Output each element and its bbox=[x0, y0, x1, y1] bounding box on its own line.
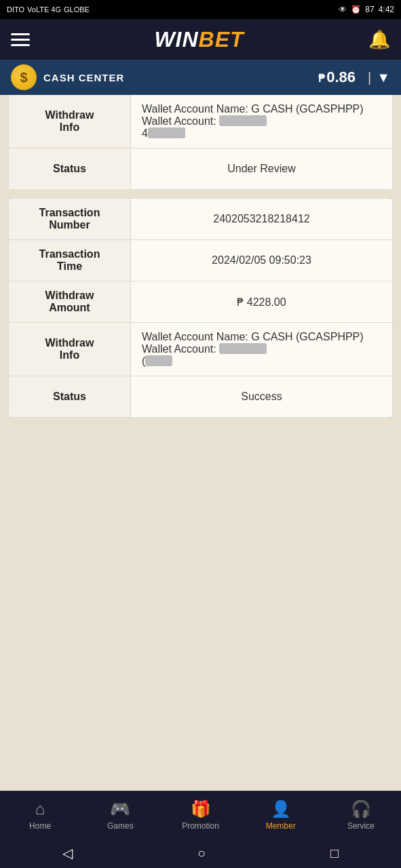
recents-button[interactable]: □ bbox=[317, 843, 352, 864]
logo: WINBET bbox=[154, 27, 244, 52]
header: WINBET 🔔 bbox=[0, 19, 401, 60]
balance-dropdown[interactable]: ▼ bbox=[377, 70, 390, 85]
currency-symbol: ₱ bbox=[318, 73, 325, 84]
nav-promotion-label: Promotion bbox=[182, 821, 219, 831]
nav-promotion[interactable]: 🎁 Promotion bbox=[160, 800, 240, 831]
home-icon: ⌂ bbox=[35, 800, 45, 818]
network-type: VoLTE 4G bbox=[27, 5, 61, 14]
nav-home-label: Home bbox=[29, 821, 51, 831]
withdraw-info-row-2: WithdrawInfo Wallet Account Name: G CASH… bbox=[9, 323, 392, 376]
withdraw-amount-label: WithdrawAmount bbox=[9, 281, 131, 322]
battery-level: 87 bbox=[365, 5, 374, 14]
withdraw-info-text-1: Wallet Account Name: G CASH (GCASPHPP) W… bbox=[142, 103, 364, 140]
card-1: WithdrawInfo Wallet Account Name: G CASH… bbox=[8, 95, 393, 190]
alarm-icon: ⏰ bbox=[351, 5, 361, 14]
withdraw-amount-text: ₱ 4228.00 bbox=[237, 296, 286, 309]
withdraw-info-row-1: WithdrawInfo Wallet Account Name: G CASH… bbox=[9, 95, 392, 149]
transaction-time-text: 2024/02/05 09:50:23 bbox=[212, 254, 311, 267]
nav-member[interactable]: 👤 Member bbox=[241, 800, 321, 831]
status-bar-right: 👁 ⏰ 87 4:42 bbox=[339, 5, 394, 14]
transaction-number-text: 2402053218218412 bbox=[213, 213, 309, 225]
withdraw-info-value-1: Wallet Account Name: G CASH (GCASPHPP) W… bbox=[131, 95, 392, 148]
withdraw-info-text-2: Wallet Account Name: G CASH (GCASPHPP) W… bbox=[142, 331, 364, 368]
promotion-icon: 🎁 bbox=[191, 800, 211, 818]
status-text-2: Success bbox=[241, 391, 282, 403]
home-button[interactable]: ○ bbox=[184, 843, 219, 864]
menu-button[interactable] bbox=[11, 33, 30, 46]
bottom-nav: ⌂ Home 🎮 Games 🎁 Promotion 👤 Member 🎧 Se… bbox=[0, 791, 401, 838]
withdraw-amount-value: ₱ 4228.00 bbox=[131, 281, 392, 322]
status-label-1: Status bbox=[9, 149, 131, 189]
notification-bell[interactable]: 🔔 bbox=[368, 29, 390, 50]
balance-display: ₱0.86 bbox=[318, 68, 356, 86]
withdraw-amount-row: WithdrawAmount ₱ 4228.00 bbox=[9, 281, 392, 323]
nav-service-label: Service bbox=[347, 821, 375, 831]
status-bar: DITO VoLTE 4G GLOBE 👁 ⏰ 87 4:42 bbox=[0, 0, 401, 19]
transaction-time-row: TransactionTime 2024/02/05 09:50:23 bbox=[9, 240, 392, 281]
nav-games-label: Games bbox=[107, 821, 134, 831]
eye-icon: 👁 bbox=[339, 5, 347, 14]
balance-value: 0.86 bbox=[326, 68, 356, 85]
time-display: 4:42 bbox=[379, 5, 394, 14]
status-value-2: Success bbox=[131, 376, 392, 417]
cash-center-bar: $ CASH CENTER ₱0.86 | ▼ bbox=[0, 60, 401, 95]
status-value-1: Under Review bbox=[131, 149, 392, 189]
withdraw-info-label-2: WithdrawInfo bbox=[9, 323, 131, 376]
logo-text: WIN bbox=[154, 27, 198, 52]
cash-center-label: CASH CENTER bbox=[43, 72, 318, 83]
main-content: WithdrawInfo Wallet Account Name: G CASH… bbox=[0, 95, 401, 791]
member-icon: 👤 bbox=[271, 800, 291, 818]
dollar-icon: $ bbox=[11, 64, 37, 90]
withdraw-info-value-2: Wallet Account Name: G CASH (GCASPHPP) W… bbox=[131, 323, 392, 376]
service-icon: 🎧 bbox=[351, 800, 371, 818]
carrier-globe: GLOBE bbox=[64, 5, 90, 14]
status-row-2: Status Success bbox=[9, 376, 392, 417]
transaction-time-label: TransactionTime bbox=[9, 240, 131, 281]
status-label-2: Status bbox=[9, 376, 131, 417]
logo-accent: BET bbox=[199, 27, 244, 52]
status-row-1: Status Under Review bbox=[9, 149, 392, 189]
transaction-number-label: TransactionNumber bbox=[9, 199, 131, 239]
divider: | bbox=[368, 70, 371, 85]
withdraw-info-label-1: WithdrawInfo bbox=[9, 95, 131, 148]
system-nav: ◁ ○ □ bbox=[0, 838, 401, 868]
transaction-time-value: 2024/02/05 09:50:23 bbox=[131, 240, 392, 281]
status-bar-left: DITO VoLTE 4G GLOBE bbox=[7, 5, 90, 14]
games-icon: 🎮 bbox=[110, 800, 130, 818]
back-button[interactable]: ◁ bbox=[49, 842, 86, 864]
transaction-number-value: 2402053218218412 bbox=[131, 199, 392, 239]
nav-service[interactable]: 🎧 Service bbox=[321, 800, 401, 831]
nav-home[interactable]: ⌂ Home bbox=[0, 800, 80, 831]
carrier-dito: DITO bbox=[7, 5, 24, 14]
nav-member-label: Member bbox=[266, 821, 296, 831]
nav-games[interactable]: 🎮 Games bbox=[80, 800, 160, 831]
status-text-1: Under Review bbox=[227, 163, 295, 175]
card-2: TransactionNumber 2402053218218412 Trans… bbox=[8, 198, 393, 418]
transaction-number-row: TransactionNumber 2402053218218412 bbox=[9, 199, 392, 240]
